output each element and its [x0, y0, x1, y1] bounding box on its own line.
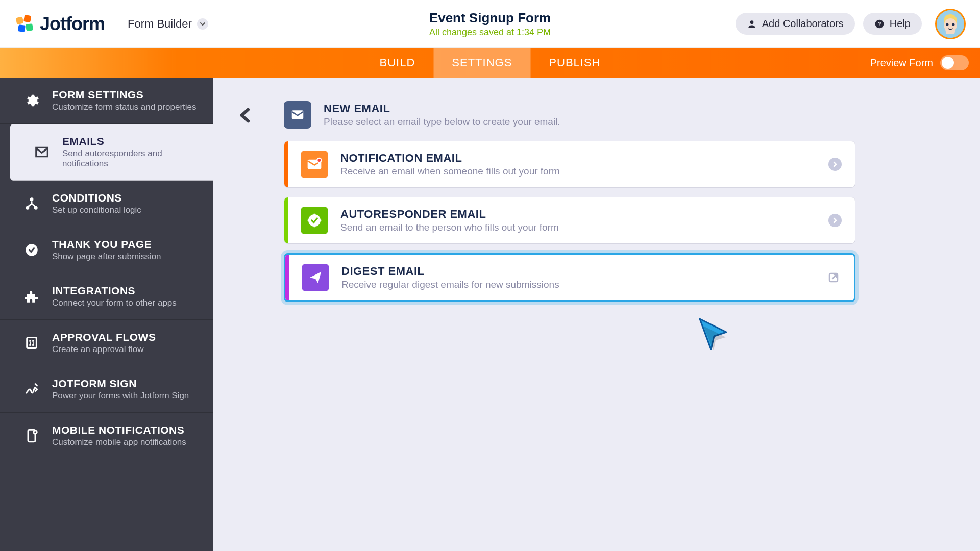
svg-rect-0	[16, 16, 24, 24]
external-link-icon	[826, 270, 841, 285]
card-title: NOTIFICATION EMAIL	[340, 152, 560, 165]
body: FORM SETTINGSCustomize form status and p…	[0, 78, 980, 551]
card-desc: Send an email to the person who fills ou…	[340, 222, 559, 233]
chevron-right-icon	[828, 214, 842, 227]
side-desc: Customize form status and properties	[52, 102, 197, 112]
side-desc: Connect your form to other apps	[52, 298, 177, 308]
card-title: DIGEST EMAIL	[341, 265, 559, 278]
svg-rect-15	[29, 340, 31, 342]
header-right: Add Collaborators ? Help	[736, 9, 966, 39]
form-title[interactable]: Event Signup Form	[429, 10, 551, 26]
toggle-knob	[942, 57, 954, 69]
card-notification-email[interactable]: NOTIFICATION EMAIL Receive an email when…	[284, 141, 855, 188]
send-icon	[302, 264, 329, 291]
tab-publish[interactable]: PUBLISH	[530, 48, 619, 78]
main-tabs: BUILD SETTINGS PUBLISH	[361, 48, 619, 78]
mail-alert-icon	[301, 151, 328, 178]
sidebar-item-jotform-sign[interactable]: JOTFORM SIGNPower your forms with Jotfor…	[0, 366, 213, 413]
sidebar-item-thank-you[interactable]: THANK YOU PAGEShow page after submission	[0, 227, 213, 273]
section-desc: Please select an email type below to cre…	[324, 116, 560, 128]
side-title: CONDITIONS	[52, 192, 141, 204]
sign-icon	[22, 380, 41, 398]
tabs-bar: BUILD SETTINGS PUBLISH Preview Form	[0, 48, 980, 78]
sidebar-item-integrations[interactable]: INTEGRATIONSConnect your form to other a…	[0, 273, 213, 320]
card-accent	[285, 255, 289, 300]
side-title: EMAILS	[62, 135, 199, 147]
side-desc: Power your forms with Jotform Sign	[52, 391, 189, 401]
card-digest-email[interactable]: DIGEST EMAIL Receive regular digest emai…	[284, 253, 855, 302]
side-desc: Customize mobile app notifications	[52, 437, 186, 447]
save-status: All changes saved at 1:34 PM	[429, 27, 551, 38]
puzzle-icon	[22, 287, 41, 306]
cursor-icon	[697, 316, 732, 359]
svg-point-9	[952, 23, 955, 26]
add-collaborators-button[interactable]: Add Collaborators	[736, 13, 855, 35]
svg-point-10	[30, 197, 34, 201]
tab-build[interactable]: BUILD	[361, 48, 434, 78]
card-accent	[284, 197, 288, 243]
settings-sidebar: FORM SETTINGSCustomize form status and p…	[0, 78, 213, 551]
mobile-icon	[22, 427, 41, 445]
side-desc: Show page after submission	[52, 252, 161, 262]
check-icon	[22, 241, 41, 259]
side-desc: Set up conditional logic	[52, 205, 141, 215]
chevron-down-icon	[197, 18, 208, 30]
app-header: Jotform Form Builder Event Signup Form A…	[0, 0, 980, 48]
side-title: MOBILE NOTIFICATIONS	[52, 424, 186, 436]
sidebar-item-mobile-notifications[interactable]: MOBILE NOTIFICATIONSCustomize mobile app…	[0, 413, 213, 459]
side-desc: Send autoresponders and notifications	[62, 148, 199, 169]
side-title: FORM SETTINGS	[52, 89, 197, 101]
back-button[interactable]	[238, 105, 253, 128]
svg-rect-14	[27, 338, 37, 348]
card-title: AUTORESPONDER EMAIL	[340, 208, 559, 221]
svg-rect-1	[23, 14, 31, 22]
envelope-icon	[284, 101, 311, 129]
svg-text:?: ?	[877, 20, 881, 27]
help-button[interactable]: ? Help	[863, 13, 922, 35]
sidebar-item-form-settings[interactable]: FORM SETTINGSCustomize form status and p…	[0, 78, 213, 124]
side-title: APPROVAL FLOWS	[52, 331, 156, 343]
side-title: THANK YOU PAGE	[52, 238, 161, 251]
side-title: JOTFORM SIGN	[52, 378, 189, 390]
sidebar-item-conditions[interactable]: CONDITIONSSet up conditional logic	[0, 181, 213, 227]
svg-rect-2	[18, 24, 26, 32]
sidebar-item-approval-flows[interactable]: APPROVAL FLOWSCreate an approval flow	[0, 320, 213, 366]
add-collab-label: Add Collaborators	[762, 18, 844, 30]
clock-check-icon	[301, 207, 328, 234]
svg-rect-3	[26, 23, 33, 31]
new-email-header: NEW EMAIL Please select an email type be…	[284, 101, 855, 129]
svg-rect-17	[29, 344, 31, 346]
card-autoresponder-email[interactable]: AUTORESPONDER EMAIL Send an email to the…	[284, 197, 855, 244]
preview-toggle[interactable]	[940, 55, 969, 70]
question-icon: ?	[874, 19, 885, 29]
logo-icon	[15, 14, 35, 34]
person-icon	[747, 19, 757, 29]
side-desc: Create an approval flow	[52, 344, 156, 355]
flow-icon	[22, 334, 41, 352]
envelope-icon	[33, 143, 51, 161]
side-title: INTEGRATIONS	[52, 285, 177, 297]
svg-rect-18	[32, 344, 34, 346]
card-desc: Receive an email when someone fills out …	[340, 166, 560, 177]
branch-icon	[22, 194, 41, 213]
avatar[interactable]	[935, 9, 966, 39]
preview-wrap: Preview Form	[870, 55, 980, 70]
chevron-right-icon	[828, 158, 842, 171]
help-label: Help	[890, 18, 911, 30]
main-content: NEW EMAIL Please select an email type be…	[213, 78, 980, 551]
gear-icon	[22, 91, 41, 110]
svg-point-8	[946, 23, 949, 26]
card-accent	[284, 141, 288, 187]
section-title: NEW EMAIL	[324, 102, 560, 115]
svg-point-4	[750, 20, 753, 24]
svg-point-25	[317, 159, 321, 162]
form-builder-dropdown[interactable]: Form Builder	[128, 17, 208, 31]
tab-settings[interactable]: SETTINGS	[433, 48, 530, 78]
sidebar-item-emails[interactable]: EMAILSSend autoresponders and notificati…	[10, 124, 213, 181]
preview-label: Preview Form	[870, 57, 933, 69]
svg-point-21	[34, 431, 36, 433]
brand[interactable]: Jotform	[15, 13, 105, 35]
avatar-icon	[937, 10, 964, 38]
form-builder-label: Form Builder	[128, 17, 192, 31]
header-center: Event Signup Form All changes saved at 1…	[429, 10, 551, 38]
